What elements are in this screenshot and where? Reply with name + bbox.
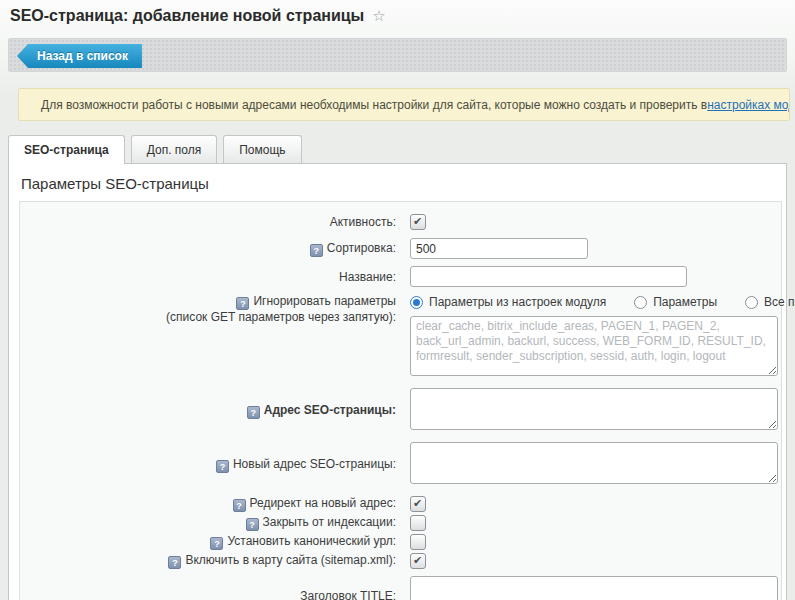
hint-icon[interactable]: ? xyxy=(210,537,223,550)
toolbar: Назад в список xyxy=(8,38,787,72)
section-heading: Параметры SEO-страницы xyxy=(21,175,209,192)
sitemap-label: Включить в карту сайта (sitemap.xml): xyxy=(185,553,396,567)
radio-option-all-except[interactable]: Все параметры, кроме xyxy=(745,295,795,309)
sort-input[interactable] xyxy=(410,238,588,259)
sitemap-checkbox[interactable] xyxy=(410,553,426,569)
tab-extra-fields[interactable]: Доп. поля xyxy=(131,135,218,163)
hint-icon[interactable]: ? xyxy=(247,406,260,419)
new-seo-address-textarea[interactable] xyxy=(410,442,778,484)
canonical-label: Установить канонический урл: xyxy=(227,534,396,548)
radio-module-settings[interactable] xyxy=(410,296,423,309)
activity-label: Активность: xyxy=(20,215,403,229)
ignore-params-label-line2: (список GET параметров через запятую): xyxy=(166,310,396,324)
row-new-seo-address: ?Новый адрес SEO-страницы: xyxy=(20,442,781,487)
redirect-checkbox[interactable] xyxy=(410,496,426,512)
seo-page-form: Активность: ?Сортировка: Название: ?Игно xyxy=(19,201,782,600)
row-ignore-params: ?Игнорировать параметры (список GET пара… xyxy=(20,294,781,379)
tab-help[interactable]: Помощь xyxy=(223,135,301,163)
row-noindex: ?Закрыть от индексации: xyxy=(20,515,781,531)
hint-icon[interactable]: ? xyxy=(310,244,323,257)
back-to-list-button[interactable]: Назад в список xyxy=(17,44,142,68)
row-activity: Активность: xyxy=(20,214,781,230)
seo-address-textarea[interactable] xyxy=(410,388,778,430)
notice-banner: Для возможности работы с новыми адресами… xyxy=(18,88,790,121)
radio-option-params[interactable]: Параметры xyxy=(634,295,717,309)
hint-icon[interactable]: ? xyxy=(246,518,259,531)
radio-params[interactable] xyxy=(634,296,647,309)
title-tag-label: Заголовок TITLE: xyxy=(20,589,403,600)
hint-icon[interactable]: ? xyxy=(216,460,229,473)
radio-label: Параметры xyxy=(653,295,717,309)
name-input[interactable] xyxy=(410,266,687,287)
hint-icon[interactable]: ? xyxy=(233,499,246,512)
canonical-checkbox[interactable] xyxy=(410,534,426,550)
new-seo-address-label: Новый адрес SEO-страницы: xyxy=(233,457,396,471)
row-canonical: ?Установить канонический урл: xyxy=(20,534,781,550)
module-settings-link[interactable]: настройках модуля "Bussol.Продвинутый SE… xyxy=(707,98,790,112)
ignore-params-label-line1: Игнорировать параметры xyxy=(253,294,396,308)
seo-address-label: Адрес SEO-страницы: xyxy=(264,403,396,417)
ignore-params-radio-group: Параметры из настроек модуля Параметры В… xyxy=(410,295,795,309)
radio-option-module-settings[interactable]: Параметры из настроек модуля xyxy=(410,295,606,309)
name-label: Название: xyxy=(20,270,403,284)
noindex-checkbox[interactable] xyxy=(410,515,426,531)
ignore-params-textarea[interactable] xyxy=(410,316,778,376)
hint-icon[interactable]: ? xyxy=(168,556,181,569)
tab-seo-page[interactable]: SEO-страница xyxy=(8,135,125,164)
content-panel: Параметры SEO-страницы Активность: ?Сорт… xyxy=(8,163,787,600)
page-title-text: SEO-страница: добавление новой страницы xyxy=(10,7,364,24)
notice-text: Для возможности работы с новыми адресами… xyxy=(41,98,707,112)
row-sort: ?Сортировка: xyxy=(20,238,781,259)
noindex-label: Закрыть от индексации: xyxy=(263,515,396,529)
page-title: SEO-страница: добавление новой страницы☆ xyxy=(10,7,386,25)
hint-icon[interactable]: ? xyxy=(236,297,249,310)
row-seo-address: ?Адрес SEO-страницы: xyxy=(20,388,781,433)
activity-checkbox[interactable] xyxy=(410,214,426,230)
title-tag-textarea[interactable] xyxy=(410,576,778,600)
favorite-star-icon[interactable]: ☆ xyxy=(372,7,385,24)
row-sitemap: ?Включить в карту сайта (sitemap.xml): xyxy=(20,553,781,569)
sort-label: Сортировка: xyxy=(327,241,396,255)
radio-label: Все параметры, кроме xyxy=(764,295,795,309)
radio-label: Параметры из настроек модуля xyxy=(429,295,606,309)
row-title-tag: Заголовок TITLE: xyxy=(20,576,781,600)
redirect-label: Редирект на новый адрес: xyxy=(250,496,396,510)
tab-bar: SEO-страница Доп. поля Помощь xyxy=(8,135,308,163)
row-redirect: ?Редирект на новый адрес: xyxy=(20,496,781,512)
radio-all-except[interactable] xyxy=(745,296,758,309)
row-name: Название: xyxy=(20,266,781,287)
